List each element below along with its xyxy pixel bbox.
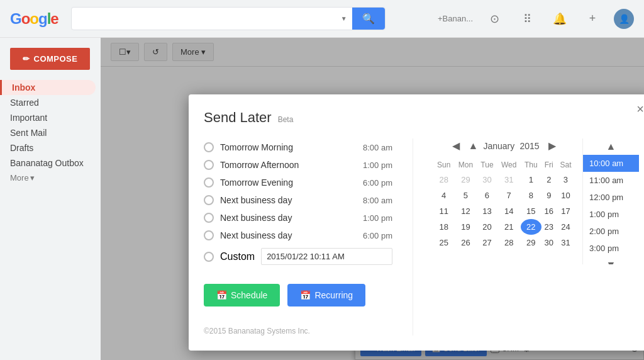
calendar-day[interactable]: 10 xyxy=(557,188,575,203)
calendar-day[interactable]: 22 xyxy=(521,219,541,235)
modal-actions: 📅 Schedule 📅 Recurring xyxy=(204,284,392,307)
time-slot-item[interactable]: 11:00 am xyxy=(583,172,639,189)
time-option-4[interactable]: Next business day 1:00 pm xyxy=(204,209,392,227)
calendar-day[interactable]: 31 xyxy=(557,235,575,250)
compose-button[interactable]: ✏ COMPOSE xyxy=(10,48,90,70)
cal-next-button[interactable]: ▶ xyxy=(545,138,560,153)
calendar-day[interactable]: 30 xyxy=(477,172,497,188)
sidebar-item-more[interactable]: More ▾ xyxy=(0,171,96,185)
time-option-0[interactable]: Tomorrow Morning 8:00 am xyxy=(204,138,392,156)
time-scroll-down-button[interactable]: ▼ xyxy=(606,259,616,264)
calendar-day[interactable]: 27 xyxy=(477,235,497,250)
calendar-day[interactable]: 14 xyxy=(497,203,521,219)
calendar-day[interactable]: 7 xyxy=(497,188,521,203)
beta-badge: Beta xyxy=(278,115,294,124)
calendar-day[interactable]: 23 xyxy=(541,219,557,235)
calendar-day[interactable]: 8 xyxy=(521,188,541,203)
top-icons: +Banan... ⊙ ⠿ 🔔 + 👤 xyxy=(438,8,634,30)
calendar-day[interactable]: 21 xyxy=(497,219,521,235)
calendar-day[interactable]: 9 xyxy=(541,188,557,203)
search-container: ▼ 🔍 xyxy=(71,7,386,30)
calendar-day[interactable]: 20 xyxy=(477,219,497,235)
notifications-icon[interactable]: 🔔 xyxy=(548,8,571,30)
radio-tomorrow-morning[interactable] xyxy=(204,142,214,152)
custom-label: Custom xyxy=(220,251,255,262)
calendar-day[interactable]: 1 xyxy=(521,172,541,188)
cal-year-select[interactable]: 2015 xyxy=(519,141,540,151)
radio-next-business-morning[interactable] xyxy=(204,195,214,205)
calendar-day[interactable]: 5 xyxy=(454,188,477,203)
account-circle-icon[interactable]: ⊙ xyxy=(483,8,506,30)
sidebar-item-starred[interactable]: Starred xyxy=(0,95,96,110)
sidebar-item-outbox[interactable]: Bananatag Outbox xyxy=(0,155,96,171)
calendar-day[interactable]: 3 xyxy=(557,172,575,188)
custom-datetime-input[interactable] xyxy=(261,248,392,265)
calendar-day[interactable]: 28 xyxy=(433,172,454,188)
sidebar-item-important[interactable]: Important xyxy=(0,110,96,125)
calendar-day[interactable]: 24 xyxy=(557,219,575,235)
time-slot-item[interactable]: 1:00 pm xyxy=(583,206,639,223)
chevron-down-icon: ▾ xyxy=(30,173,35,183)
calendar-day[interactable]: 26 xyxy=(454,235,477,250)
user-avatar[interactable]: 👤 xyxy=(614,9,634,29)
time-option-5[interactable]: Next business day 6:00 pm xyxy=(204,227,392,244)
time-slot-item[interactable]: 2:00 pm xyxy=(583,223,639,240)
recurring-button[interactable]: 📅 Recurring xyxy=(287,284,365,307)
modal-footer: ©2015 Bananatag Systems Inc. xyxy=(204,327,392,335)
cal-month-select[interactable]: January xyxy=(483,141,514,151)
gplus-text[interactable]: +Banan... xyxy=(438,14,473,23)
day-header-thu: Thu xyxy=(521,158,541,172)
calendar-day[interactable]: 17 xyxy=(557,203,575,219)
search-input[interactable] xyxy=(72,9,336,29)
calendar-day[interactable]: 4 xyxy=(433,188,454,203)
radio-next-business-evening[interactable] xyxy=(204,230,214,240)
calendar-day[interactable]: 29 xyxy=(454,172,477,188)
search-dropdown-button[interactable]: ▼ xyxy=(336,13,352,25)
day-header-tue: Tue xyxy=(477,158,497,172)
apps-icon[interactable]: ⠿ xyxy=(516,8,538,30)
custom-row: Custom xyxy=(204,244,392,269)
calendar-day[interactable]: 11 xyxy=(433,203,454,219)
radio-next-business-afternoon[interactable] xyxy=(204,213,214,223)
calendar-day[interactable]: 28 xyxy=(497,235,521,250)
calendar-day[interactable]: 29 xyxy=(521,235,541,250)
time-slot-item[interactable]: 12:00 pm xyxy=(583,189,639,206)
calendar-day[interactable]: 31 xyxy=(497,172,521,188)
google-logo: Google xyxy=(10,10,58,28)
sidebar-item-inbox[interactable]: Inbox xyxy=(0,80,96,95)
modal-body: Tomorrow Morning 8:00 am Tomorrow Aftern… xyxy=(204,138,639,335)
radio-tomorrow-evening[interactable] xyxy=(204,177,214,188)
calendar-day[interactable]: 18 xyxy=(433,219,454,235)
calendar-day[interactable]: 12 xyxy=(454,203,477,219)
calendar-day[interactable]: 25 xyxy=(433,235,454,250)
modal-close-button[interactable]: × xyxy=(636,102,644,116)
sidebar-item-sent[interactable]: Sent Mail xyxy=(0,125,96,140)
sidebar-item-drafts[interactable]: Drafts xyxy=(0,140,96,155)
search-button[interactable]: 🔍 xyxy=(352,8,385,30)
calendar-day[interactable]: 19 xyxy=(454,219,477,235)
calendar-day[interactable]: 30 xyxy=(541,235,557,250)
time-slot-item[interactable]: 3:00 pm xyxy=(583,240,639,257)
time-option-1[interactable]: Tomorrow Afternoon 1:00 pm xyxy=(204,156,392,174)
time-slot-item[interactable]: 10:00 am xyxy=(583,155,639,172)
time-scroll-up-button[interactable]: ▲ xyxy=(606,141,616,152)
add-account-icon[interactable]: + xyxy=(581,8,604,30)
radio-custom[interactable] xyxy=(204,252,214,262)
time-list-down[interactable]: ▼ xyxy=(583,257,639,264)
calendar-day[interactable]: 6 xyxy=(477,188,497,203)
time-option-3[interactable]: Next business day 8:00 am xyxy=(204,191,392,209)
calendar-day[interactable]: 16 xyxy=(541,203,557,219)
modal-title: Send Later Beta xyxy=(204,110,639,126)
calendar-day[interactable]: 13 xyxy=(477,203,497,219)
day-header-mon: Mon xyxy=(454,158,477,172)
time-list-up[interactable]: ▲ xyxy=(583,138,639,155)
cal-prev-button[interactable]: ◀ xyxy=(448,138,464,153)
radio-tomorrow-afternoon[interactable] xyxy=(204,160,214,170)
cal-up-button[interactable]: ▲ xyxy=(469,140,479,152)
calendar-day[interactable]: 2 xyxy=(541,172,557,188)
schedule-button[interactable]: 📅 Schedule xyxy=(204,284,280,307)
time-option-2[interactable]: Tomorrow Evening 6:00 pm xyxy=(204,174,392,191)
calendar-day[interactable]: 15 xyxy=(521,203,541,219)
sidebar: ✏ COMPOSE Inbox Starred Important Sent M… xyxy=(0,38,101,360)
day-header-sat: Sat xyxy=(557,158,575,172)
